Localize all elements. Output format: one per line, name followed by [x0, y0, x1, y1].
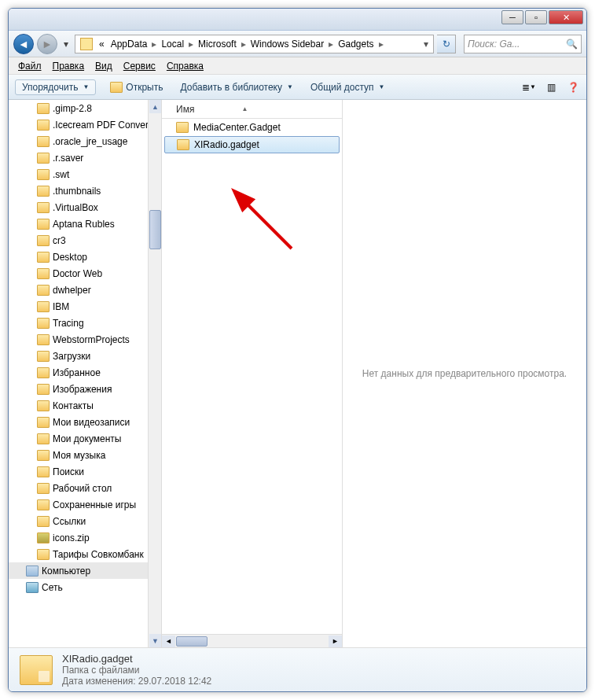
chevron-right-icon[interactable]: ▸ — [377, 39, 385, 50]
tree-item[interactable]: Desktop — [9, 249, 161, 265]
chevron-right-icon[interactable]: ▸ — [150, 39, 158, 50]
open-button[interactable]: Открыть — [107, 80, 166, 94]
breadcrumb-item[interactable]: Local — [158, 39, 187, 50]
tree-item[interactable]: Контакты — [9, 397, 161, 414]
tree-item[interactable]: Мои документы — [9, 430, 161, 447]
vertical-scrollbar[interactable]: ▲ ▼ — [148, 100, 161, 647]
breadcrumb-item[interactable]: AppData — [108, 39, 151, 50]
folder-icon — [37, 318, 50, 329]
menu-tools[interactable]: Сервис — [119, 59, 160, 73]
tree-item[interactable]: cr3 — [9, 232, 161, 249]
folder-icon — [37, 120, 50, 131]
tree-item-label: Рабочий стол — [53, 483, 112, 494]
tree-item[interactable]: .swt — [9, 166, 161, 182]
tree-item[interactable]: .oracle_jre_usage — [9, 133, 161, 149]
tree-item-label: Загрузки — [53, 351, 90, 362]
share-button[interactable]: Общий доступ▼ — [307, 80, 388, 94]
tree-item[interactable]: .gimp-2.8 — [9, 100, 161, 116]
tree-item-label: .gimp-2.8 — [53, 103, 92, 114]
tree-item[interactable]: Doctor Web — [9, 265, 161, 282]
tree-item[interactable]: Сеть — [9, 579, 161, 595]
tree-item-label: Doctor Web — [53, 268, 102, 279]
menu-view[interactable]: Вид — [90, 59, 117, 73]
tree-item[interactable]: Ссылки — [9, 513, 161, 529]
scroll-up-icon[interactable]: ▲ — [149, 100, 161, 113]
folder-icon — [37, 169, 50, 180]
back-button[interactable]: ◄ — [13, 34, 34, 54]
history-dropdown[interactable]: ▾ — [61, 36, 72, 52]
tree-item[interactable]: IBM — [9, 298, 161, 315]
tree-item[interactable]: Изображения — [9, 381, 161, 397]
chevron-right-icon[interactable]: ▸ — [187, 39, 195, 50]
folder-large-icon — [20, 655, 53, 685]
scrollbar-thumb[interactable] — [176, 636, 208, 647]
file-item[interactable]: XIRadio.gadget — [164, 136, 340, 153]
tree-item[interactable]: Aptana Rubles — [9, 216, 161, 232]
address-dropdown[interactable]: ▾ — [421, 39, 432, 50]
refresh-button[interactable]: ↻ — [437, 35, 456, 53]
tree-item-label: Изображения — [53, 384, 112, 395]
tree-item[interactable]: Компьютер — [9, 562, 161, 579]
tree-item[interactable]: Моя музыка — [9, 447, 161, 463]
breadcrumb-item[interactable]: Gadgets — [335, 39, 376, 50]
tree-item[interactable]: .VirtualBox — [9, 199, 161, 216]
file-list[interactable]: Имя▲ MediaCenter.GadgetXIRadio.gadget ◄ … — [162, 100, 343, 647]
scroll-down-icon[interactable]: ▼ — [149, 634, 161, 647]
tree-item[interactable]: Загрузки — [9, 348, 161, 364]
tree-item[interactable]: WebstormProjects — [9, 331, 161, 348]
breadcrumb-overflow[interactable]: « — [96, 39, 108, 50]
tree-item[interactable]: .r.saver — [9, 149, 161, 166]
horizontal-scrollbar[interactable]: ◄ ► — [162, 634, 342, 647]
tree-item[interactable]: .thumbnails — [9, 182, 161, 199]
scroll-right-icon[interactable]: ► — [329, 636, 342, 647]
folder-icon — [37, 351, 50, 362]
folder-icon — [37, 268, 50, 279]
help-button[interactable]: ❓ — [566, 80, 580, 94]
menu-edit[interactable]: Правка — [48, 59, 90, 73]
tree-item[interactable]: Рабочий стол — [9, 480, 161, 496]
view-mode-button[interactable]: ≣ ▼ — [522, 80, 536, 94]
close-button[interactable]: ✕ — [549, 10, 583, 24]
tree-item[interactable]: Сохраненные игры — [9, 496, 161, 513]
folder-icon — [37, 499, 50, 510]
add-library-button[interactable]: Добавить в библиотеку▼ — [177, 80, 296, 94]
preview-pane-button[interactable]: ▥ — [544, 80, 558, 94]
address-bar[interactable]: « AppData▸ Local▸ Microsoft▸ Windows Sid… — [75, 35, 434, 53]
chevron-right-icon[interactable]: ▸ — [327, 39, 335, 50]
search-icon[interactable]: 🔍 — [566, 39, 578, 50]
tree-item[interactable]: Мои видеозаписи — [9, 414, 161, 430]
search-placeholder: Поиск: Ga... — [468, 39, 520, 50]
tree-item-label: Моя музыка — [53, 450, 105, 461]
tree-item[interactable]: .Icecream PDF Conver — [9, 116, 161, 133]
folder-icon — [37, 301, 50, 312]
minimize-button[interactable]: ─ — [501, 10, 523, 24]
tree-item-label: Desktop — [53, 252, 87, 263]
tree-item[interactable]: icons.zip — [9, 529, 161, 546]
scroll-left-icon[interactable]: ◄ — [162, 636, 175, 647]
file-item[interactable]: MediaCenter.Gadget — [162, 119, 342, 136]
folder-open-icon — [110, 82, 123, 93]
breadcrumb-item[interactable]: Windows Sidebar — [248, 39, 327, 50]
organize-button[interactable]: Упорядочить▼ — [15, 79, 96, 95]
tree-item[interactable]: Tracing — [9, 315, 161, 331]
folder-tree[interactable]: .gimp-2.8.Icecream PDF Conver.oracle_jre… — [9, 100, 162, 647]
column-header-name[interactable]: Имя▲ — [162, 100, 342, 119]
menu-file[interactable]: Файл — [13, 59, 46, 73]
maximize-button[interactable]: ▫ — [525, 10, 547, 24]
breadcrumb-item[interactable]: Microsoft — [195, 39, 240, 50]
menu-help[interactable]: Справка — [162, 59, 208, 73]
tree-item[interactable]: Поиски — [9, 463, 161, 480]
toolbar: Упорядочить▼ Открыть Добавить в библиоте… — [9, 75, 586, 100]
search-input[interactable]: Поиск: Ga... 🔍 — [464, 35, 582, 53]
tree-item-label: Tracing — [53, 318, 84, 329]
chevron-right-icon[interactable]: ▸ — [240, 39, 248, 50]
tree-item[interactable]: Избранное — [9, 364, 161, 381]
titlebar[interactable]: ─ ▫ ✕ — [9, 9, 586, 31]
forward-button[interactable]: ► — [37, 34, 57, 54]
scrollbar-thumb[interactable] — [149, 210, 161, 249]
tree-item[interactable]: dwhelper — [9, 282, 161, 298]
folder-icon — [177, 139, 189, 150]
details-date: Дата изменения: 29.07.2018 12:42 — [62, 676, 211, 687]
details-pane: XIRadio.gadget Папка с файлами Дата изме… — [9, 647, 586, 691]
tree-item[interactable]: Тарифы Совкомбанк — [9, 546, 161, 562]
